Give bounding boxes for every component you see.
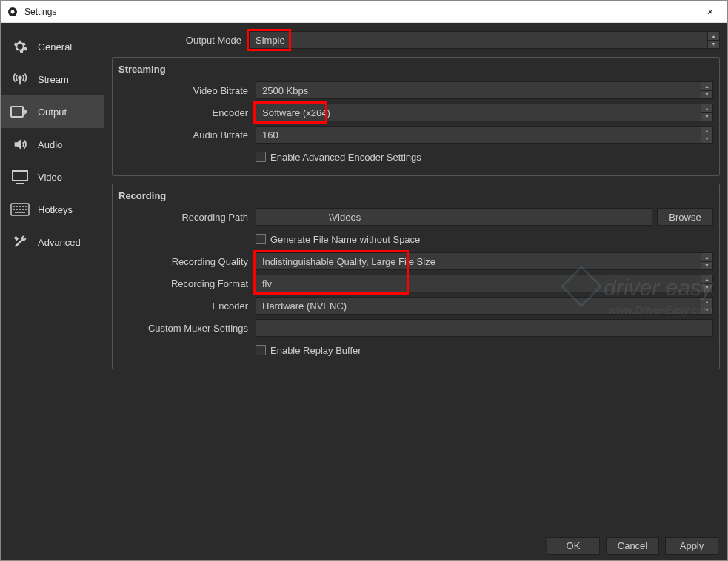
cancel-button[interactable]: Cancel (606, 537, 659, 555)
svg-rect-3 (11, 107, 23, 117)
recording-path-value: \Videos (262, 212, 361, 223)
muxer-input[interactable] (256, 319, 713, 337)
recording-format-select[interactable]: flv ▲▼ (256, 275, 713, 292)
muxer-label: Custom Muxer Settings (118, 323, 256, 334)
output-mode-row: Output Mode Simple ▲▼ (112, 30, 720, 50)
enable-advanced-label: Enable Advanced Encoder Settings (270, 152, 421, 163)
app-icon (7, 6, 19, 18)
sidebar-item-stream[interactable]: Stream (1, 63, 104, 95)
spin-handle[interactable]: ▲▼ (707, 32, 719, 48)
sidebar-item-video[interactable]: Video (1, 161, 104, 193)
browse-button[interactable]: Browse (657, 208, 713, 226)
recording-encoder-value: Hardware (NVENC) (262, 300, 347, 312)
encoder-label: Encoder (118, 107, 256, 118)
audio-bitrate-select[interactable]: 160 ▲▼ (256, 126, 713, 144)
sidebar-item-advanced[interactable]: Advanced (1, 226, 104, 258)
sidebar-item-output[interactable]: Output (1, 95, 104, 128)
sidebar-item-label: Video (38, 172, 62, 183)
streaming-encoder-select[interactable]: Software (x264) ▲▼ (256, 104, 713, 121)
output-mode-select[interactable]: Simple ▲▼ (249, 31, 720, 49)
recording-encoder-label: Encoder (118, 300, 256, 312)
video-bitrate-value: 2500 Kbps (262, 85, 308, 96)
sidebar-item-label: General (38, 41, 72, 53)
main-panel: Output Mode Simple ▲▼ Video Bitrate 2500… (104, 23, 727, 531)
spin-handle[interactable]: ▲▼ (701, 127, 712, 143)
recording-format-label: Recording Format (118, 278, 256, 289)
sidebar-item-label: Audio (38, 139, 62, 150)
enable-replay-label: Enable Replay Buffer (270, 345, 361, 356)
output-icon (10, 103, 30, 121)
gen-filename-checkbox[interactable] (256, 234, 266, 244)
video-bitrate-input[interactable]: 2500 Kbps ▲▼ (256, 81, 713, 99)
recording-quality-label: Recording Quality (118, 256, 256, 267)
recording-quality-select[interactable]: Indistinguishable Quality, Large File Si… (256, 252, 713, 270)
ok-button[interactable]: OK (547, 537, 600, 555)
spin-handle[interactable]: ▲▼ (701, 275, 712, 292)
body: General Stream Output Audio (1, 23, 727, 531)
output-mode-label: Output Mode (112, 35, 249, 46)
sidebar-item-audio[interactable]: Audio (1, 128, 104, 161)
apply-button[interactable]: Apply (665, 537, 718, 555)
sidebar: General Stream Output Audio (1, 23, 104, 531)
audio-bitrate-value: 160 (262, 130, 278, 141)
speaker-icon (10, 135, 30, 153)
footer: OK Cancel Apply (1, 531, 727, 560)
sidebar-item-label: Advanced (38, 237, 81, 248)
sidebar-item-general[interactable]: General (1, 30, 104, 63)
spin-handle[interactable]: ▲▼ (701, 104, 712, 121)
output-mode-value: Simple (256, 35, 285, 46)
gear-icon (10, 38, 30, 56)
sidebar-item-label: Stream (38, 74, 69, 85)
recording-path-input[interactable]: \Videos (256, 208, 652, 226)
svg-point-2 (19, 76, 21, 79)
spin-handle[interactable]: ▲▼ (701, 253, 712, 269)
recording-format-value: flv (262, 278, 272, 289)
gen-filename-label: Generate File Name without Space (270, 234, 420, 245)
video-bitrate-label: Video Bitrate (118, 85, 256, 96)
window-title: Settings (24, 7, 699, 17)
titlebar: Settings × (1, 1, 727, 23)
spin-handle[interactable]: ▲▼ (701, 298, 712, 314)
antenna-icon (10, 70, 30, 88)
recording-path-label: Recording Path (118, 212, 256, 223)
recording-group: Recording Path \Videos Browse Generate F… (112, 184, 720, 369)
recording-encoder-select[interactable]: Hardware (NVENC) ▲▼ (256, 297, 713, 315)
keyboard-icon (10, 201, 30, 218)
streaming-group: Video Bitrate 2500 Kbps ▲▼ Encoder Softw… (112, 57, 720, 176)
recording-quality-value: Indistinguishable Quality, Large File Si… (262, 256, 435, 267)
spin-handle[interactable]: ▲▼ (701, 82, 712, 98)
enable-advanced-checkbox[interactable] (256, 152, 266, 162)
monitor-icon (10, 168, 30, 186)
sidebar-item-label: Hotkeys (38, 204, 73, 215)
tools-icon (10, 233, 30, 251)
close-button[interactable]: × (699, 1, 721, 22)
enable-replay-checkbox[interactable] (256, 345, 266, 355)
encoder-value: Software (x264) (262, 107, 330, 118)
sidebar-item-label: Output (38, 107, 67, 118)
svg-point-1 (11, 10, 15, 13)
svg-rect-4 (13, 171, 27, 181)
sidebar-item-hotkeys[interactable]: Hotkeys (1, 193, 104, 226)
audio-bitrate-label: Audio Bitrate (118, 130, 256, 141)
settings-window: Settings × General Stream Out (0, 0, 728, 561)
